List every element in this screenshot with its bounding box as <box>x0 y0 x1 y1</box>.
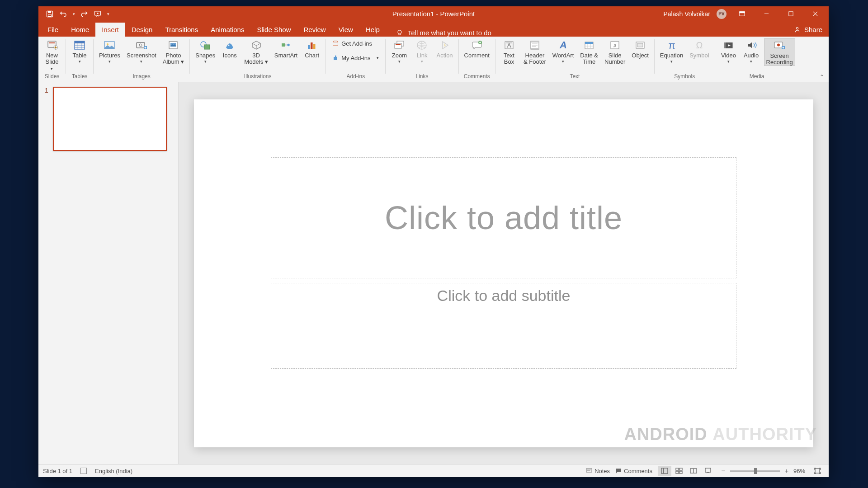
svg-rect-34 <box>313 44 316 49</box>
notes-button[interactable]: Notes <box>586 468 610 474</box>
undo-dropdown-icon[interactable]: ▾ <box>72 12 75 16</box>
svg-rect-75 <box>676 468 679 470</box>
user-avatar[interactable]: PV <box>717 9 726 19</box>
object-button[interactable]: Object <box>630 38 651 59</box>
wordart-button[interactable]: AWordArt▾ <box>551 38 576 63</box>
start-slideshow-icon[interactable] <box>93 9 103 19</box>
slide-thumbnail-pane[interactable]: 1 <box>38 82 179 464</box>
chart-button[interactable]: Chart <box>302 38 322 59</box>
slide-thumbnail-1[interactable] <box>53 87 167 151</box>
video-icon <box>722 39 736 51</box>
language-status[interactable]: English (India) <box>95 468 132 474</box>
object-icon <box>633 39 647 51</box>
svg-rect-5 <box>739 12 744 13</box>
comment-button[interactable]: Comment <box>462 38 491 59</box>
status-bar: Slide 1 of 1 English (India) Notes Comme… <box>38 464 829 477</box>
tab-view[interactable]: View <box>332 23 359 37</box>
group-media: Video▾ Audio▾ ScreenRecording Media <box>715 37 799 82</box>
fit-to-window-button[interactable] <box>811 466 824 476</box>
screen-recording-icon <box>772 40 787 52</box>
collapse-ribbon-icon[interactable]: ⌃ <box>820 74 824 80</box>
zoom-slider[interactable] <box>730 470 780 472</box>
zoom-button[interactable]: Zoom▾ <box>389 38 409 63</box>
photo-album-button[interactable]: PhotoAlbum ▾ <box>161 38 186 65</box>
comments-button[interactable]: Comments <box>615 468 652 474</box>
equation-icon: π <box>665 39 679 51</box>
zoom-in-button[interactable]: + <box>783 469 790 473</box>
maximize-button[interactable] <box>782 6 800 21</box>
tab-home[interactable]: Home <box>65 23 95 37</box>
screen-recording-button[interactable]: ScreenRecording <box>764 38 795 66</box>
title-placeholder[interactable]: Click to add title <box>271 157 736 278</box>
slide-counter: Slide 1 of 1 <box>43 468 72 474</box>
minimize-button[interactable] <box>757 6 775 21</box>
table-button[interactable]: Table▾ <box>70 38 90 63</box>
tab-slideshow[interactable]: Slide Show <box>250 23 297 37</box>
text-box-button[interactable]: ATextBox <box>499 38 519 65</box>
svg-rect-32 <box>308 45 310 49</box>
app-name: PowerPoint <box>440 10 475 18</box>
smartart-button[interactable]: SmartArt <box>273 38 299 59</box>
icons-icon <box>222 39 237 51</box>
normal-view-button[interactable] <box>658 466 671 476</box>
svg-rect-13 <box>49 42 55 43</box>
ribbon-tabs: File Home Insert Design Transitions Anim… <box>38 21 829 37</box>
tell-me-search[interactable]: Tell me what you want to do <box>396 29 491 37</box>
get-addins-button[interactable]: Get Add-ins <box>330 38 382 48</box>
zoom-control: − + 96% <box>720 468 805 474</box>
tab-help[interactable]: Help <box>359 23 386 37</box>
accessibility-icon[interactable] <box>80 468 87 474</box>
3d-models-button[interactable]: 3DModels ▾ <box>242 38 270 65</box>
tab-transitions[interactable]: Transitions <box>159 23 204 37</box>
slide-number-button[interactable]: #SlideNumber <box>603 38 627 65</box>
slide-canvas-area[interactable]: Click to add title Click to add subtitle… <box>179 82 829 464</box>
tab-insert[interactable]: Insert <box>95 23 125 37</box>
subtitle-placeholder[interactable]: Click to add subtitle <box>271 283 736 369</box>
ribbon-display-options-icon[interactable] <box>733 6 751 21</box>
tab-animations[interactable]: Animations <box>204 23 250 37</box>
close-button[interactable] <box>806 6 824 21</box>
undo-icon[interactable] <box>58 9 68 19</box>
slideshow-view-button[interactable] <box>701 466 715 476</box>
equation-button[interactable]: πEquation▾ <box>658 38 685 63</box>
svg-text:#: # <box>613 43 617 48</box>
pictures-icon <box>102 39 117 51</box>
tab-design[interactable]: Design <box>125 23 159 37</box>
reading-view-button[interactable] <box>687 466 700 476</box>
lightbulb-icon <box>396 29 403 37</box>
slide[interactable]: Click to add title Click to add subtitle <box>194 99 813 447</box>
text-box-icon: A <box>502 39 516 51</box>
my-addins-button[interactable]: My Add-ins▾ <box>330 53 382 63</box>
zoom-out-button[interactable]: − <box>720 469 726 473</box>
slide-sorter-button[interactable] <box>672 466 686 476</box>
screenshot-button[interactable]: Screenshot▾ <box>125 38 158 63</box>
audio-button[interactable]: Audio▾ <box>741 38 761 63</box>
svg-rect-47 <box>531 48 539 49</box>
tab-review[interactable]: Review <box>297 23 332 37</box>
shapes-button[interactable]: Shapes▾ <box>193 38 217 63</box>
svg-rect-31 <box>282 43 285 47</box>
video-button[interactable]: Video▾ <box>719 38 739 63</box>
svg-rect-46 <box>531 41 539 42</box>
table-icon <box>72 39 87 51</box>
save-icon[interactable] <box>45 9 55 19</box>
title-bar: ▾ ▾ Presentation1 - PowerPoint Palash Vo… <box>38 6 829 21</box>
zoom-level[interactable]: 96% <box>793 468 805 474</box>
share-button[interactable]: Share <box>794 26 822 33</box>
svg-rect-35 <box>333 42 338 46</box>
header-footer-button[interactable]: Header& Footer <box>522 38 548 65</box>
svg-point-30 <box>228 45 230 46</box>
view-buttons <box>658 466 715 476</box>
pictures-button[interactable]: Pictures▾ <box>97 38 122 63</box>
qat-customize-icon[interactable]: ▾ <box>106 12 110 16</box>
powerpoint-window: ▾ ▾ Presentation1 - PowerPoint Palash Vo… <box>38 6 829 477</box>
date-time-button[interactable]: Date &Time <box>578 38 600 65</box>
svg-rect-64 <box>724 42 726 48</box>
svg-rect-38 <box>396 44 401 45</box>
group-illustrations: Shapes▾ Icons 3DModels ▾ SmartArt Chart … <box>190 37 326 82</box>
icons-button[interactable]: Icons <box>220 38 240 59</box>
svg-rect-82 <box>815 469 820 473</box>
tab-file[interactable]: File <box>41 23 65 37</box>
new-slide-button[interactable]: NewSlide ▾ <box>42 38 62 72</box>
redo-icon[interactable] <box>79 9 89 19</box>
